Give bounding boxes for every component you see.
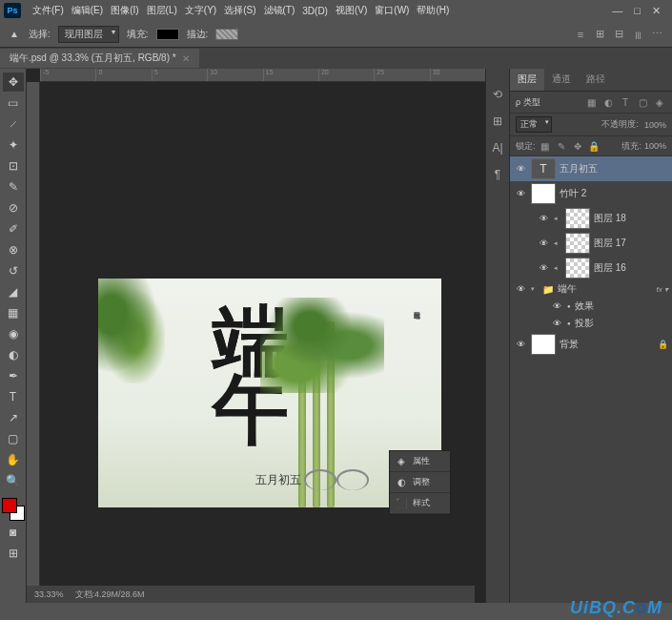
lock-all-icon[interactable]: 🔒 [587, 139, 601, 153]
layer-thumbnail[interactable] [565, 208, 590, 229]
tab-close-icon[interactable]: ✕ [182, 53, 190, 64]
menu-edit[interactable]: 编辑(E) [68, 2, 107, 19]
filter-text-icon[interactable]: T [619, 95, 632, 109]
tab-layers[interactable]: 图层 [510, 69, 544, 91]
floating-panel[interactable]: ◈ 属性 ◐ 调整 ⬛ 样式 [389, 450, 451, 515]
visibility-icon[interactable]: 👁 [514, 340, 527, 349]
minimize-button[interactable]: — [612, 5, 622, 17]
screenmode-tool[interactable]: ⊞ [3, 544, 24, 563]
eraser-tool[interactable]: ◢ [3, 282, 24, 301]
align-icon[interactable]: ≡ [573, 27, 588, 42]
canvas-area[interactable]: -5 0 5 10 15 20 25 30 端 午 五月初五 五月端阳节 [27, 69, 485, 603]
fill-swatch[interactable] [156, 29, 179, 40]
fx-badge[interactable]: fx ▾ [657, 285, 668, 294]
layer-row[interactable]: 👁◂图层 18 [510, 206, 672, 231]
filter-smart-icon[interactable]: ◈ [653, 95, 666, 109]
layer-thumbnail[interactable] [565, 258, 590, 279]
gradient-tool[interactable]: ▦ [3, 303, 24, 322]
history-brush-tool[interactable]: ↺ [3, 261, 24, 280]
lasso-tool[interactable]: ⟋ [3, 114, 24, 134]
marquee-tool[interactable]: ▭ [3, 93, 24, 113]
eyedropper-tool[interactable]: ✎ [3, 177, 24, 196]
layer-name[interactable]: 效果 [575, 300, 594, 313]
layer-name[interactable]: 图层 18 [594, 212, 626, 225]
zoom-level[interactable]: 33.33% [34, 589, 64, 599]
fill-value[interactable]: 100% [644, 141, 666, 151]
layer-row[interactable]: 👁●投影 [510, 315, 672, 332]
menu-view[interactable]: 视图(V) [332, 2, 371, 19]
history-icon[interactable]: ⟲ [493, 88, 502, 101]
more-icon[interactable]: ⋯ [649, 27, 664, 42]
tab-paths[interactable]: 路径 [579, 69, 613, 91]
align-icon[interactable]: ⊞ [592, 27, 607, 42]
panel-adjustments[interactable]: ◐ 调整 [390, 472, 450, 493]
panel-properties[interactable]: ◈ 属性 [390, 451, 450, 472]
layer-thumbnail[interactable]: T [531, 158, 556, 179]
color-swatches[interactable] [2, 498, 25, 521]
pen-tool[interactable]: ✒ [3, 366, 24, 385]
tab-channels[interactable]: 通道 [544, 69, 579, 91]
swatches-icon[interactable]: ⊞ [493, 114, 502, 128]
visibility-icon[interactable]: 👁 [550, 319, 563, 328]
paragraph-icon[interactable]: ¶ [495, 168, 500, 181]
layer-thumbnail[interactable] [565, 233, 590, 254]
layer-name[interactable]: 图层 16 [594, 261, 626, 275]
layer-name[interactable]: 图层 17 [594, 237, 626, 250]
visibility-icon[interactable]: 👁 [514, 189, 527, 198]
layer-row[interactable]: 👁▾📁端午fx ▾ [510, 280, 672, 298]
menu-type[interactable]: 文字(Y) [181, 2, 220, 19]
layer-name[interactable]: 竹叶 2 [560, 187, 586, 200]
blend-mode-select[interactable]: 正常 [516, 116, 552, 133]
char-icon[interactable]: A| [492, 141, 502, 155]
maximize-button[interactable]: □ [634, 5, 641, 17]
layer-row[interactable]: 👁●效果 [510, 298, 672, 315]
layer-name[interactable]: 五月初五 [560, 162, 598, 176]
layer-row[interactable]: 👁背景🔒 [510, 332, 672, 357]
visibility-icon[interactable]: 👁 [537, 263, 550, 273]
menu-help[interactable]: 帮助(H) [413, 2, 453, 19]
stroke-swatch[interactable] [215, 29, 238, 40]
zoom-tool[interactable]: 🔍 [3, 471, 24, 490]
layer-row[interactable]: 👁◂图层 17 [510, 231, 672, 256]
filter-kind[interactable]: ρ 类型 [516, 96, 540, 109]
layer-row[interactable]: 👁竹叶 2 [510, 181, 672, 206]
layer-row[interactable]: 👁T五月初五 [510, 156, 672, 181]
move-tool-icon[interactable]: ▲ [8, 28, 21, 41]
disclosure-icon[interactable]: ▾ [531, 285, 539, 293]
path-tool[interactable]: ↗ [3, 408, 24, 427]
filter-image-icon[interactable]: ▦ [584, 95, 598, 109]
visibility-icon[interactable]: 👁 [514, 284, 527, 294]
doc-info[interactable]: 文档:4.29M/28.6M [75, 589, 145, 601]
quickmask-tool[interactable]: ◙ [3, 523, 24, 542]
align-icon[interactable]: ⊟ [611, 27, 626, 42]
crop-tool[interactable]: ⊡ [3, 156, 24, 176]
blur-tool[interactable]: ◉ [3, 324, 24, 343]
lock-pos-icon[interactable]: ✥ [571, 139, 584, 153]
document-tab[interactable]: 端午.psd @ 33.3% (五月初五, RGB/8) * ✕ [0, 49, 199, 68]
lock-trans-icon[interactable]: ▦ [539, 139, 552, 153]
wand-tool[interactable]: ✦ [3, 135, 24, 155]
menu-3d[interactable]: 3D(D) [298, 4, 332, 18]
visibility-icon[interactable]: 👁 [550, 301, 563, 311]
move-tool[interactable]: ✥ [3, 72, 24, 92]
layer-thumbnail[interactable] [531, 334, 556, 355]
dodge-tool[interactable]: ◐ [3, 345, 24, 364]
hand-tool[interactable]: ✋ [3, 450, 24, 469]
close-button[interactable]: ✕ [652, 5, 661, 17]
foreground-color[interactable] [2, 498, 17, 513]
menu-select[interactable]: 选择(S) [220, 2, 259, 19]
select-layer-dropdown[interactable]: 现用图层 [58, 26, 119, 43]
menu-filter[interactable]: 滤镜(T) [260, 2, 299, 19]
visibility-icon[interactable]: 👁 [537, 238, 550, 248]
opacity-value[interactable]: 100% [644, 120, 666, 130]
lock-pixel-icon[interactable]: ✎ [555, 139, 568, 153]
menu-file[interactable]: 文件(F) [29, 2, 68, 19]
menu-layer[interactable]: 图层(L) [143, 2, 181, 19]
panel-styles[interactable]: ⬛ 样式 [390, 493, 450, 514]
layer-row[interactable]: 👁◂图层 16 [510, 256, 672, 280]
menu-image[interactable]: 图像(I) [107, 2, 142, 19]
heal-tool[interactable]: ⊘ [3, 198, 24, 217]
layer-thumbnail[interactable] [531, 183, 556, 204]
layer-name[interactable]: 端午 [558, 282, 577, 296]
filter-shape-icon[interactable]: ▢ [636, 95, 649, 109]
